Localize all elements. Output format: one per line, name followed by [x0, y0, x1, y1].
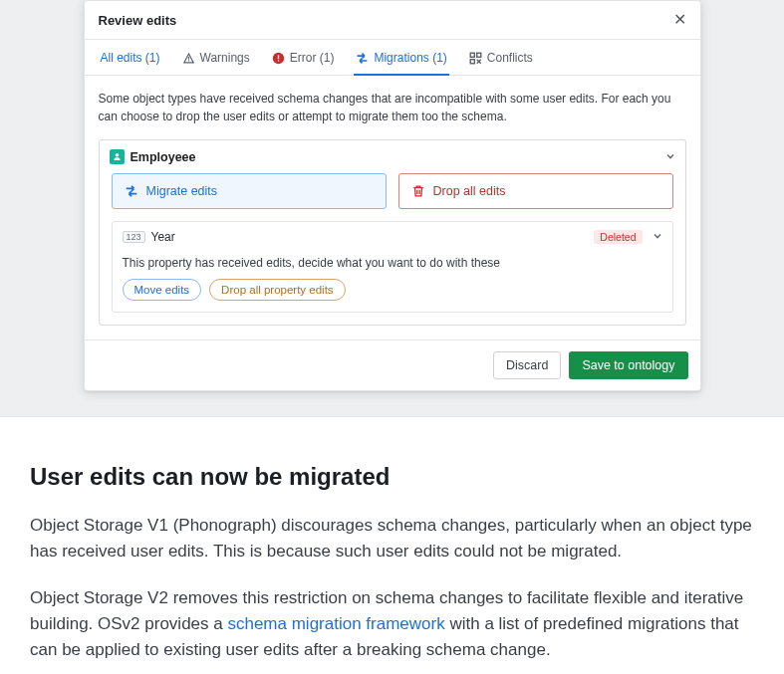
property-body: This property has received edits, decide… — [113, 252, 672, 312]
tab-migrations[interactable]: Migrations (1) — [354, 41, 448, 76]
property-name: Year — [151, 230, 175, 244]
dialog-title: Review edits — [99, 13, 177, 28]
tab-warnings[interactable]: Warnings — [180, 41, 252, 76]
move-edits-button[interactable]: Move edits — [123, 279, 202, 301]
object-card: Employeee Migrate edits — [99, 139, 686, 326]
drop-property-edits-button[interactable]: Drop all property edits — [209, 279, 346, 301]
svg-rect-3 — [278, 55, 279, 59]
svg-rect-4 — [278, 60, 279, 61]
dialog-footer: Discard Save to ontology — [85, 339, 700, 390]
svg-point-8 — [115, 153, 119, 157]
dialog-header: Review edits ✕ — [85, 1, 700, 40]
migrate-icon — [125, 184, 138, 198]
warning-icon — [182, 52, 195, 65]
chevron-down-icon — [653, 231, 662, 243]
tab-label: Conflicts — [487, 51, 533, 65]
tab-bar: All edits (1) Warnings Error (1) Migrati… — [85, 40, 700, 76]
tab-conflicts[interactable]: Conflicts — [467, 41, 535, 76]
close-icon[interactable]: ✕ — [673, 12, 686, 28]
drop-all-edits-button[interactable]: Drop all edits — [398, 173, 673, 209]
doc-heading: User edits can now be migrated — [30, 463, 754, 491]
object-card-header[interactable]: Employeee — [100, 140, 685, 173]
tab-label: Warnings — [200, 51, 250, 65]
button-label: Migrate edits — [146, 184, 218, 198]
doc-paragraph-2: Object Storage V2 removes this restricti… — [30, 585, 754, 664]
schema-migration-link[interactable]: schema migration framework — [227, 614, 444, 633]
property-header[interactable]: 123 Year Deleted — [113, 222, 672, 252]
property-help-text: This property has received edits, decide… — [123, 256, 662, 270]
svg-rect-1 — [187, 60, 188, 61]
object-name: Employeee — [131, 150, 196, 164]
status-badge: Deleted — [594, 230, 642, 244]
tab-label: Migrations (1) — [374, 51, 446, 65]
tab-all-edits[interactable]: All edits (1) — [99, 41, 162, 76]
chevron-down-icon — [665, 151, 675, 163]
svg-rect-5 — [470, 53, 474, 57]
trash-icon — [411, 184, 425, 198]
svg-rect-0 — [187, 56, 188, 59]
tab-error[interactable]: Error (1) — [270, 41, 337, 76]
migration-explainer: Some object types have received schema c… — [99, 90, 686, 125]
conflicts-icon — [469, 52, 482, 65]
migration-option-row: Migrate edits Drop all edits — [100, 173, 685, 221]
object-type-icon — [110, 149, 125, 164]
svg-rect-7 — [470, 59, 474, 63]
property-row: 123 Year Deleted This property has recei… — [112, 221, 673, 313]
button-label: Drop all edits — [433, 184, 506, 198]
error-icon — [272, 52, 285, 65]
save-button[interactable]: Save to ontology — [569, 351, 687, 379]
review-edits-dialog: Review edits ✕ All edits (1) Warnings Er… — [84, 0, 701, 391]
migrations-icon — [356, 52, 369, 65]
svg-rect-6 — [477, 53, 481, 57]
dialog-body: Some object types have received schema c… — [85, 76, 700, 339]
property-type-chip: 123 — [123, 231, 145, 243]
tab-label: Error (1) — [290, 51, 335, 65]
doc-section: User edits can now be migrated Object St… — [0, 416, 784, 674]
migrate-edits-button[interactable]: Migrate edits — [112, 173, 387, 209]
doc-paragraph-1: Object Storage V1 (Phonograph) discourag… — [30, 513, 754, 565]
discard-button[interactable]: Discard — [493, 351, 561, 379]
tab-label: All edits (1) — [101, 51, 160, 65]
